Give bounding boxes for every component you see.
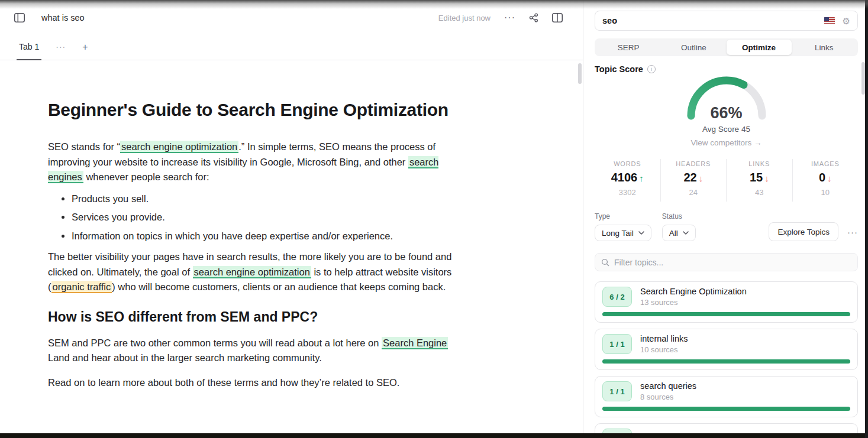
tab-bar: Tab 1 ··· + (0, 35, 583, 60)
topic-filters: Type Long Tail Status All Explore Topics… (595, 212, 858, 241)
document-content[interactable]: Beginner's Guide to Search Engine Optimi… (48, 61, 471, 390)
explore-topics-button[interactable]: Explore Topics (769, 222, 838, 241)
window-right-border (865, 0, 868, 438)
status-dropdown[interactable]: All (662, 225, 696, 241)
text-run: SEO stands for “ (48, 141, 120, 152)
doc-list-item: Products you sell. (72, 192, 471, 207)
stat-benchmark: 10 (793, 188, 859, 197)
panel-tab-links[interactable]: Links (792, 40, 857, 55)
topic-progress-bar (602, 359, 850, 364)
editor-pane: what is seo Edited just now ··· Tab 1 ··… (0, 0, 583, 433)
chevron-down-icon (638, 231, 644, 235)
topic-score-label: Topic Score (595, 64, 643, 74)
stat-label: HEADERS (661, 160, 727, 167)
arrow-right-icon: → (754, 138, 762, 147)
topic-progress-bar (602, 407, 850, 411)
doc-heading-2: How is SEO different from SEM and PPC? (48, 308, 471, 326)
arrow-up-icon: ↑ (639, 173, 644, 183)
topic-score-header: Topic Score i (595, 64, 858, 74)
editor-header: what is seo Edited just now ··· (0, 0, 583, 35)
text-run: SEM and PPC are two other common terms y… (48, 338, 382, 348)
filter-topics-input[interactable]: Filter topics... (595, 253, 858, 271)
stat-benchmark: 24 (661, 188, 727, 197)
panel-tab-serp[interactable]: SERP (596, 40, 661, 55)
seo-panel: seo ⚙ SERPOutlineOptimizeLinks Topic Sco… (584, 0, 865, 433)
topic-card[interactable]: 1 / 1internal links10 sources (595, 329, 858, 370)
topic-usage-badge: 1 / 1 (602, 334, 632, 354)
stat-label: LINKS (727, 160, 792, 167)
topic-title: search queries (640, 381, 696, 391)
doc-list-item: Services you provide. (72, 210, 471, 225)
topic-usage-badge: 1 / 1 (602, 381, 632, 401)
stat-images: IMAGES0↓10 (792, 159, 859, 202)
edited-status: Edited just now (438, 14, 491, 22)
doc-bullet-list: Products you sell.Services you provide.I… (48, 192, 471, 244)
topics-list: 6 / 2Search Engine Optimization13 source… (595, 281, 858, 433)
doc-paragraph: SEO stands for “search engine optimizati… (48, 139, 471, 185)
highlight-green: search engine optimization (193, 266, 311, 278)
highlight-green: Search Engine (382, 337, 448, 349)
arrow-down-icon: ↓ (827, 173, 832, 183)
text-run: Read on to learn more about both of thes… (48, 377, 399, 388)
stat-value: 4106↑ (595, 171, 660, 184)
us-flag-icon[interactable] (824, 17, 835, 24)
highlight-yellow: organic traffic (51, 281, 112, 293)
text-run: whenever people search for: (83, 171, 209, 182)
view-competitors-link[interactable]: View competitors → (595, 138, 858, 147)
topic-title: Search Engine Optimization (640, 287, 747, 296)
split-view-icon[interactable] (552, 13, 563, 22)
arrow-down-icon: ↓ (764, 173, 769, 183)
text-run: ) who will become customers, clients or … (112, 281, 446, 292)
info-icon[interactable]: i (647, 65, 656, 73)
stat-benchmark: 43 (727, 188, 792, 197)
panel-scrollbar[interactable] (861, 62, 865, 95)
status-label: Status (662, 212, 696, 220)
stat-label: WORDS (595, 160, 660, 167)
topic-card[interactable] (595, 423, 858, 433)
filter-topics-placeholder: Filter topics... (614, 258, 663, 267)
stat-value: 15↓ (727, 171, 792, 184)
topic-usage-badge: 6 / 2 (602, 287, 632, 307)
topic-usage-badge (602, 429, 632, 433)
editor-scrollbar[interactable] (578, 63, 582, 84)
sidebar-toggle-icon[interactable] (14, 13, 25, 22)
panel-tab-optimize[interactable]: Optimize (727, 40, 792, 55)
stat-words: WORDS4106↑3302 (595, 159, 660, 202)
search-icon (601, 258, 609, 267)
keyword-search-box[interactable]: seo ⚙ (595, 11, 858, 31)
chevron-down-icon (683, 231, 689, 235)
header-actions: Edited just now ··· (438, 13, 563, 22)
panel-tab-outline[interactable]: Outline (661, 40, 726, 55)
stat-benchmark: 3302 (595, 188, 660, 197)
arrow-down-icon: ↓ (699, 173, 704, 183)
text-run: Land and hear about in the larger search… (48, 352, 322, 363)
highlight-green: search engine optimization (120, 141, 238, 153)
tab-1[interactable]: Tab 1 (17, 42, 41, 60)
topic-title: internal links (640, 334, 688, 343)
gear-icon[interactable]: ⚙ (843, 17, 850, 25)
doc-paragraph: Read on to learn more about both of thes… (48, 375, 471, 391)
content-stats: WORDS4106↑3302HEADERS22↓24LINKS15↓43IMAG… (595, 159, 858, 202)
tab-options-icon[interactable]: ··· (56, 42, 66, 60)
topic-card[interactable]: 1 / 1search queries8 sources (595, 376, 858, 417)
doc-heading-1: Beginner's Guide to Search Engine Optimi… (48, 98, 471, 122)
stat-links: LINKS15↓43 (726, 159, 792, 202)
keyword-query[interactable]: seo (602, 16, 617, 25)
document-title[interactable]: what is seo (41, 13, 85, 22)
topic-card[interactable]: 6 / 2Search Engine Optimization13 source… (595, 281, 858, 323)
more-options-icon[interactable]: ··· (504, 13, 515, 22)
type-filter: Type Long Tail (595, 212, 651, 241)
topic-score-gauge: 66% (679, 74, 774, 120)
stat-value: 0↓ (793, 171, 859, 184)
doc-paragraph: SEM and PPC are two other common terms y… (48, 336, 471, 366)
topic-sources: 10 sources (640, 345, 688, 354)
window-bottom-border (0, 433, 868, 438)
add-tab-icon[interactable]: + (82, 43, 88, 60)
share-icon[interactable] (529, 13, 538, 22)
doc-list-item: Information on topics in which you have … (72, 229, 471, 244)
stat-value: 22↓ (661, 171, 727, 184)
topic-progress-bar (602, 312, 850, 316)
stat-headers: HEADERS22↓24 (660, 159, 727, 202)
type-dropdown[interactable]: Long Tail (595, 225, 651, 241)
topics-more-icon[interactable]: ··· (847, 228, 858, 236)
